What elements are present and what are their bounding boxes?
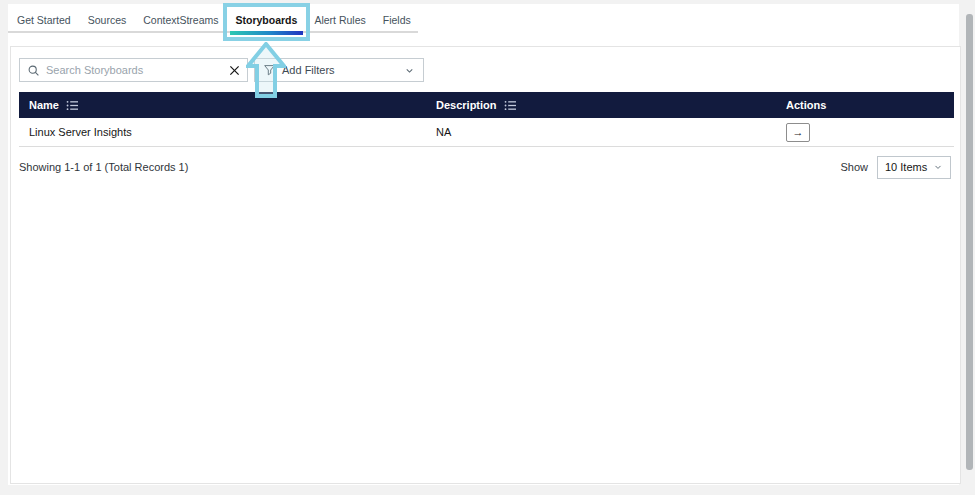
tab-bar: Get Started Sources ContextStreams Story… [11,10,417,30]
page-size-select[interactable]: 10 Items [877,156,951,179]
add-filters-label: Add Filters [282,64,335,76]
column-header-actions: Actions [776,99,954,111]
app-screen: Get Started Sources ContextStreams Story… [0,0,975,495]
filter-funnel-icon [263,64,276,76]
scrollbar-track [964,0,975,495]
tab-contextstreams[interactable]: ContextStreams [137,10,224,30]
column-header-name-label: Name [29,99,59,111]
tab-storyboards-label: Storyboards [236,14,298,26]
add-filters-dropdown[interactable]: Add Filters [254,58,424,82]
column-header-actions-label: Actions [786,99,826,111]
tab-sources[interactable]: Sources [82,10,133,30]
cell-description: NA [426,126,776,138]
content-page: Get Started Sources ContextStreams Story… [8,4,959,485]
open-storyboard-button[interactable]: → [786,123,810,142]
storyboards-panel: Add Filters Name [10,46,961,484]
cell-actions: → [776,123,954,142]
page-size-value: 10 Items [885,161,927,173]
tab-alert-rules[interactable]: Alert Rules [308,10,371,30]
search-input[interactable] [46,64,229,76]
table-header-row: Name Description [19,92,954,118]
arrow-right-icon: → [793,126,804,138]
tab-bar-divider [8,31,418,33]
pagination-summary: Showing 1-1 of 1 (Total Records 1) [19,161,188,173]
search-icon [27,64,40,77]
sort-icon[interactable] [66,100,79,111]
column-header-name: Name [19,99,426,111]
tab-fields[interactable]: Fields [377,10,417,30]
pagination-bar: Showing 1-1 of 1 (Total Records 1) Show … [19,155,951,179]
column-header-description-label: Description [436,99,497,111]
sort-icon[interactable] [504,100,517,111]
storyboards-table: Name Description [19,92,954,147]
chevron-down-icon [933,162,943,172]
tab-get-started[interactable]: Get Started [11,10,77,30]
search-box [19,58,248,82]
column-header-description: Description [426,99,776,111]
cell-name: Linux Server Insights [19,126,426,138]
table-row: Linux Server Insights NA → [19,118,954,147]
tab-storyboards[interactable]: Storyboards [230,10,304,30]
active-tab-underline [230,31,304,35]
chevron-down-icon [404,65,415,76]
clear-search-icon[interactable] [229,65,240,76]
show-label: Show [840,161,868,173]
scrollbar-thumb[interactable] [966,14,973,470]
